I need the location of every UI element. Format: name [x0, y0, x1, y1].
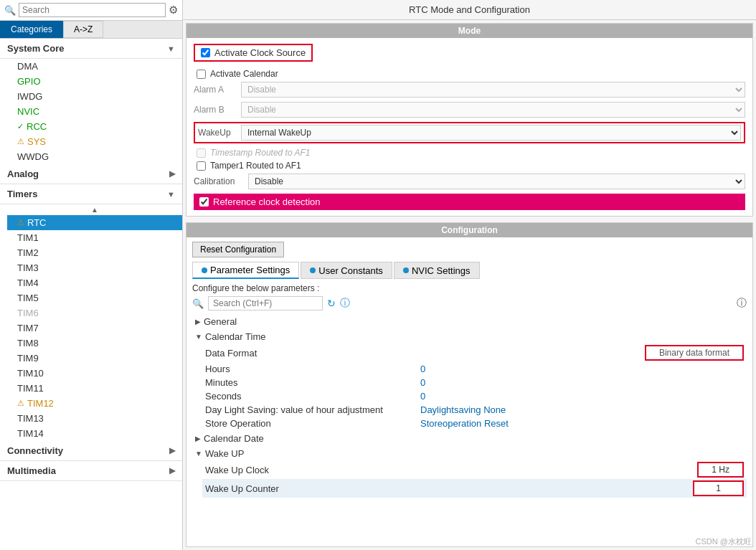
ref-clock-label: Reference clock detection	[213, 196, 321, 207]
ref-clock-row: Reference clock detection	[194, 194, 745, 210]
tree-label: Calendar Date	[204, 433, 264, 444]
sidebar-item-label: TIM14	[17, 428, 44, 439]
row-label: Seconds	[205, 391, 420, 402]
tamper1-row: Tamper1 Routed to AF1	[197, 161, 745, 171]
gear-icon[interactable]: ⚙	[169, 4, 178, 16]
info-right-icon[interactable]: ⓘ	[737, 297, 747, 310]
tamper1-checkbox[interactable]	[197, 161, 206, 171]
sidebar-item-nvic[interactable]: NVIC	[7, 104, 182, 119]
alarm-a-row: Alarm A Disable	[194, 82, 745, 98]
activate-calendar-row: Activate Calendar	[197, 69, 745, 79]
tree-header-calendar-time[interactable]: ▼ Calendar Time	[192, 330, 747, 343]
tree-header-wakeup[interactable]: ▼ Wake UP	[192, 447, 747, 460]
tab-nvic-settings[interactable]: NVIC Settings	[394, 262, 480, 279]
reset-configuration-button[interactable]: Reset Configuration	[192, 242, 284, 257]
scroll-up-arrow[interactable]: ▲	[7, 204, 182, 215]
row-value: 0	[420, 364, 744, 374]
refresh-icon[interactable]: ↻	[327, 298, 336, 309]
dot-icon	[403, 267, 409, 273]
search-input[interactable]	[19, 3, 166, 17]
sidebar-item-tim13[interactable]: TIM13	[7, 411, 182, 426]
config-search-row: 🔍 ↻ ⓘ ⓘ	[192, 296, 747, 310]
activate-clock-source-checkbox[interactable]	[201, 48, 210, 57]
sidebar-item-sys[interactable]: ⚠ SYS	[7, 134, 182, 149]
sidebar-item-tim3[interactable]: TIM3	[7, 260, 182, 275]
sidebar-tabs: Categories A->Z	[0, 21, 182, 39]
sidebar-item-tim14[interactable]: TIM14	[7, 426, 182, 441]
calibration-select[interactable]: Disable	[248, 174, 745, 189]
tab-a-to-z[interactable]: A->Z	[63, 21, 103, 38]
tree-header-calendar-date[interactable]: ▶ Calendar Date	[192, 432, 747, 445]
config-header: Configuration	[186, 223, 752, 237]
row-value: 0	[420, 391, 744, 402]
chevron-right-icon: ▶	[195, 435, 201, 442]
sidebar-item-label: TIM8	[17, 338, 39, 349]
sidebar-item-tim6: TIM6	[7, 305, 182, 321]
sidebar-item-rtc[interactable]: ⚠ RTC	[7, 215, 182, 230]
page-title: RTC Mode and Configuration	[183, 0, 756, 20]
sidebar-item-iwdg[interactable]: IWDG	[7, 89, 182, 104]
sidebar-section-analog[interactable]: Analog ▶	[0, 164, 182, 184]
sidebar-item-label: TIM10	[17, 368, 44, 379]
alarm-b-row: Alarm B Disable	[194, 102, 745, 118]
tab-categories[interactable]: Categories	[0, 21, 63, 38]
calendar-time-body: Data Format Binary data format Hours 0 M…	[192, 343, 747, 430]
tree-row-hours: Hours 0	[202, 362, 747, 376]
sidebar-item-tim4[interactable]: TIM4	[7, 275, 182, 290]
tab-user-constants[interactable]: User Constants	[301, 262, 392, 279]
sidebar-item-label: RCC	[27, 121, 47, 132]
tree-row-wakeup-counter: Wake Up Counter 1	[202, 479, 747, 498]
connectivity-label: Connectivity	[7, 445, 169, 456]
tree-row-seconds: Seconds 0	[202, 389, 747, 403]
sidebar-item-rcc[interactable]: ✓ RCC	[7, 119, 182, 134]
tree-row-minutes: Minutes 0	[202, 376, 747, 389]
sidebar-item-tim11[interactable]: TIM11	[7, 381, 182, 396]
sidebar-item-wwdg[interactable]: WWDG	[7, 149, 182, 164]
sidebar-item-label: SYS	[27, 136, 46, 147]
sidebar-item-tim10[interactable]: TIM10	[7, 366, 182, 381]
timers-label: Timers	[7, 189, 167, 199]
sidebar-section-multimedia[interactable]: Multimedia ▶	[0, 461, 182, 481]
tree-label: Wake UP	[205, 448, 244, 459]
sidebar-item-label: DMA	[17, 61, 38, 72]
sidebar-section-connectivity[interactable]: Connectivity ▶	[0, 441, 182, 461]
alarm-a-select[interactable]: Disable	[241, 82, 745, 98]
sidebar-item-dma[interactable]: DMA	[7, 59, 182, 74]
sidebar-item-label: TIM4	[17, 278, 39, 288]
sidebar-item-tim1[interactable]: TIM1	[7, 230, 182, 245]
ref-clock-checkbox[interactable]	[199, 197, 209, 207]
activate-clock-source-label: Activate Clock Source	[214, 47, 306, 58]
timestamp-checkbox	[197, 148, 206, 158]
config-body: Reset Configuration Parameter Settings U…	[186, 237, 752, 546]
timestamp-label: Timestamp Routed to AF1	[210, 148, 311, 158]
sidebar-item-label: IWDG	[17, 91, 42, 102]
wakeup-body: Wake Up Clock 1 Hz Wake Up Counter 1	[192, 460, 747, 498]
sidebar-section-timers[interactable]: Timers ▼	[0, 184, 182, 204]
sidebar-item-tim9[interactable]: TIM9	[7, 351, 182, 366]
config-search-input[interactable]	[208, 296, 323, 310]
analog-label: Analog	[7, 169, 169, 179]
timers-items: ▲ ⚠ RTC TIM1 TIM2 TIM3 TIM4 TIM5 TIM6	[0, 204, 182, 441]
info-icon[interactable]: ⓘ	[340, 297, 350, 310]
tab-label: Parameter Settings	[210, 265, 290, 275]
config-tabs: Parameter Settings User Constants NVIC S…	[192, 262, 747, 279]
sidebar-item-tim8[interactable]: TIM8	[7, 336, 182, 351]
sidebar-search-bar: 🔍 ⚙	[0, 0, 182, 21]
sidebar-item-label: NVIC	[17, 106, 39, 117]
sidebar-item-tim7[interactable]: TIM7	[7, 321, 182, 336]
chevron-down-icon: ▼	[167, 190, 175, 199]
tree-row-wakeup-clock: Wake Up Clock 1 Hz	[202, 460, 747, 479]
sidebar-item-tim2[interactable]: TIM2	[7, 245, 182, 260]
tree-header-general[interactable]: ▶ General	[192, 315, 747, 328]
sidebar-section-system-core[interactable]: System Core ▼	[0, 39, 182, 59]
tree-row-daylight: Day Light Saving: value of hour adjustme…	[202, 403, 747, 417]
activate-calendar-checkbox[interactable]	[197, 70, 206, 79]
watermark: CSDN @水枕旺	[696, 536, 752, 547]
alarm-b-select[interactable]: Disable	[241, 102, 745, 118]
sidebar-item-tim5[interactable]: TIM5	[7, 290, 182, 305]
tab-parameter-settings[interactable]: Parameter Settings	[192, 262, 299, 279]
wakeup-select[interactable]: Internal WakeUp	[241, 125, 741, 141]
sidebar-item-tim12[interactable]: ⚠ TIM12	[7, 396, 182, 411]
sidebar-item-gpio[interactable]: GPIO	[7, 74, 182, 89]
tree-section-calendar-time: ▼ Calendar Time Data Format Binary data …	[192, 330, 747, 430]
